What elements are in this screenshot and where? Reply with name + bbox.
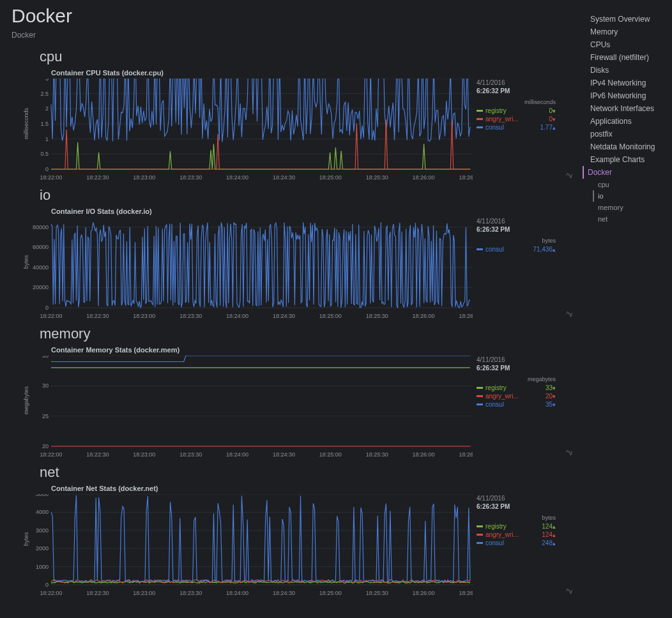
svg-text:18:22:00: 18:22:00 [40, 590, 62, 596]
plot-io[interactable]: 02000040000600008000018:22:0018:22:3018:… [32, 217, 473, 319]
svg-text:18:26:30: 18:26:30 [459, 590, 473, 596]
svg-text:18:25:30: 18:25:30 [366, 451, 388, 458]
legend-row-angry_wri...[interactable]: angry_wri...0▾ [477, 115, 556, 123]
legend-row-registry[interactable]: registry0▾ [477, 107, 556, 115]
sidebar-sub-net[interactable]: net [588, 213, 667, 225]
legend-name: angry_wri... [485, 393, 543, 400]
section-net-title: net [40, 464, 571, 481]
svg-text:18:24:30: 18:24:30 [273, 451, 295, 458]
svg-text:18:25:00: 18:25:00 [319, 313, 342, 319]
sidebar-sub-memory[interactable]: memory [588, 202, 667, 213]
svg-text:1.5: 1.5 [40, 121, 49, 127]
svg-text:18:25:30: 18:25:30 [366, 174, 388, 181]
legend-row-consul[interactable]: consul71,436▴ [477, 245, 556, 253]
legend-row-consul[interactable]: consul35▾ [477, 400, 556, 409]
svg-text:18:24:30: 18:24:30 [273, 590, 295, 596]
plot-cpu[interactable]: 00.511.522.5318:22:0018:22:3018:23:0018:… [32, 79, 473, 181]
chart-date: 4/11/2016 [477, 356, 556, 364]
legend-row-angry_wri...[interactable]: angry_wri...20▾ [477, 392, 556, 400]
chart-date: 4/11/2016 [477, 217, 556, 225]
sidebar-item-cpus[interactable]: CPUs [588, 38, 667, 51]
svg-text:18:24:00: 18:24:00 [226, 590, 248, 596]
chart-io: Container I/O Stats (docker.io) bytes 02… [11, 207, 571, 319]
sidebar-item-system-overview[interactable]: System Overview [588, 13, 667, 26]
legend-swatch-blue [477, 248, 483, 250]
sidebar-sub-io[interactable]: io [593, 190, 667, 202]
legend-row-registry[interactable]: registry33▾ [477, 384, 556, 392]
legend-unit: megabytes [477, 376, 556, 382]
sidebar-item-disks[interactable]: Disks [588, 64, 667, 77]
chart-date: 4/11/2016 [477, 494, 556, 502]
svg-text:18:23:00: 18:23:00 [133, 313, 155, 319]
svg-text:18:24:30: 18:24:30 [273, 313, 295, 319]
svg-text:2.5: 2.5 [40, 91, 49, 97]
svg-text:18:26:00: 18:26:00 [413, 174, 435, 181]
svg-text:2000: 2000 [36, 545, 49, 552]
svg-text:18:22:30: 18:22:30 [86, 451, 109, 458]
svg-text:18:26:00: 18:26:00 [413, 451, 435, 458]
legend-value: 0▾ [546, 107, 556, 114]
svg-text:0: 0 [45, 305, 49, 311]
svg-text:18:22:00: 18:22:00 [40, 313, 62, 319]
legend-swatch-green [477, 387, 483, 389]
legend-row-angry_wri...[interactable]: angry_wri...124▴ [477, 531, 556, 539]
svg-text:18:23:30: 18:23:30 [179, 590, 202, 596]
svg-text:20: 20 [42, 443, 49, 449]
svg-text:40000: 40000 [33, 264, 49, 271]
svg-text:18:23:30: 18:23:30 [179, 451, 202, 458]
main-content: Docker Docker cpu Container CPU Stats (d… [0, 0, 583, 618]
section-cpu-title: cpu [40, 49, 571, 65]
sidebar: System OverviewMemoryCPUsFirewall (netfi… [583, 0, 672, 618]
legend-row-registry[interactable]: registry124▴ [477, 522, 556, 531]
breadcrumb: Docker [11, 31, 571, 40]
svg-text:18:22:00: 18:22:00 [40, 451, 62, 458]
legend-unit: milliseconds [477, 99, 556, 105]
legend-name: registry [485, 107, 546, 114]
plot-net[interactable]: 01000200030004000500018:22:0018:22:3018:… [32, 494, 473, 596]
svg-text:18:25:30: 18:25:30 [366, 313, 388, 319]
sidebar-item-firewall-netfilter-[interactable]: Firewall (netfilter) [588, 51, 667, 64]
legend-name: angry_wri... [485, 116, 546, 123]
ylabel-cpu: milliseconds [23, 79, 32, 168]
chart-date: 4/11/2016 [477, 79, 556, 87]
legend-row-consul[interactable]: consul1.77▴ [477, 123, 556, 132]
sidebar-item-docker[interactable]: Docker [583, 166, 667, 179]
svg-text:18:22:30: 18:22:30 [86, 174, 109, 181]
plot-memory[interactable]: 2025303518:22:0018:22:3018:23:0018:23:30… [32, 356, 473, 458]
legend-value: 33▾ [543, 384, 556, 391]
ylabel-memory: megabytes [23, 356, 32, 445]
chart-resize-handle[interactable]: ^v [566, 172, 572, 179]
svg-text:18:25:30: 18:25:30 [366, 590, 388, 596]
chart-cpu-title: Container CPU Stats (docker.cpu) [51, 69, 571, 77]
chart-memory-title: Container Memory Stats (docker.mem) [51, 346, 571, 354]
svg-text:18:25:00: 18:25:00 [319, 590, 342, 596]
sidebar-item-memory[interactable]: Memory [588, 26, 667, 38]
sidebar-item-netdata-monitoring[interactable]: Netdata Monitoring [588, 140, 667, 153]
sidebar-item-ipv6-networking[interactable]: IPv6 Networking [588, 89, 667, 102]
legend-swatch-blue [477, 126, 483, 128]
svg-text:18:26:30: 18:26:30 [459, 174, 473, 181]
sidebar-item-postfix[interactable]: postfix [588, 128, 667, 140]
sidebar-item-example-charts[interactable]: Example Charts [588, 153, 667, 166]
sidebar-sub-cpu[interactable]: cpu [588, 179, 667, 190]
svg-text:80000: 80000 [33, 224, 49, 230]
legend-value: 20▾ [543, 393, 556, 400]
sidebar-item-applications[interactable]: Applications [588, 115, 667, 128]
svg-text:18:23:00: 18:23:00 [133, 590, 155, 596]
legend-row-consul[interactable]: consul248▴ [477, 539, 556, 547]
svg-text:18:25:00: 18:25:00 [319, 174, 342, 181]
chart-time: 6:26:32 PM [477, 225, 556, 234]
legend-value: 35▾ [543, 401, 556, 408]
sidebar-item-network-interfaces[interactable]: Network Interfaces [588, 102, 667, 115]
chart-resize-handle[interactable]: ^v [566, 449, 572, 456]
svg-text:5000: 5000 [36, 494, 49, 497]
sidebar-item-ipv4-networking[interactable]: IPv4 Networking [588, 77, 667, 89]
chart-net-title: Container Net Stats (docker.net) [51, 485, 571, 492]
chart-resize-handle[interactable]: ^v [566, 311, 572, 318]
svg-text:1000: 1000 [36, 564, 49, 570]
chart-resize-handle[interactable]: ^v [566, 588, 572, 595]
ylabel-net: bytes [23, 494, 32, 584]
svg-text:25: 25 [42, 413, 49, 419]
legend-name: registry [485, 523, 539, 530]
legend-swatch-green [477, 525, 483, 527]
